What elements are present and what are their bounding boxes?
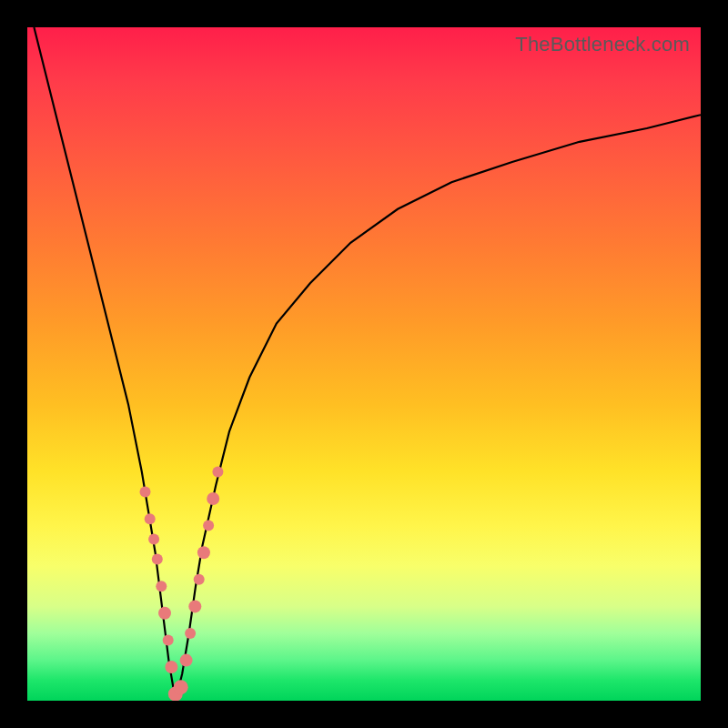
- marker-point: [140, 487, 151, 498]
- marker-point: [185, 628, 196, 639]
- marker-point: [148, 533, 159, 544]
- marker-group: [140, 466, 224, 701]
- marker-point: [180, 654, 193, 667]
- marker-point: [163, 634, 174, 645]
- curve-layer: [27, 27, 701, 701]
- marker-point: [158, 607, 171, 620]
- marker-point: [174, 680, 188, 694]
- marker-point: [145, 513, 156, 524]
- chart-frame: TheBottleneck.com: [0, 0, 728, 728]
- marker-point: [188, 600, 201, 612]
- marker-point: [203, 521, 214, 531]
- marker-point: [152, 554, 163, 565]
- marker-point: [197, 546, 210, 559]
- marker-point: [165, 661, 177, 673]
- marker-point: [194, 574, 205, 585]
- marker-point: [207, 492, 219, 505]
- plot-area: TheBottleneck.com: [27, 27, 701, 701]
- marker-point: [156, 581, 167, 592]
- bottleneck-curve: [34, 27, 701, 701]
- marker-point: [212, 466, 223, 477]
